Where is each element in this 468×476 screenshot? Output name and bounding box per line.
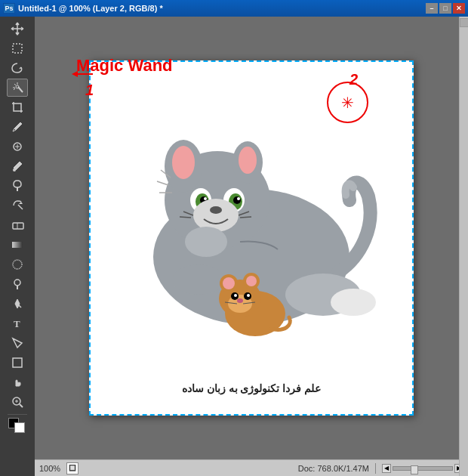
status-scroll-area: ◀ ▶ <box>382 464 463 473</box>
svg-point-39 <box>204 197 207 200</box>
minimize-button[interactable]: – <box>426 3 438 14</box>
zoom-level: 100% <box>39 464 60 473</box>
move-tool[interactable] <box>7 20 28 38</box>
svg-point-60 <box>234 294 237 297</box>
maximize-button[interactable]: □ <box>439 3 451 14</box>
svg-rect-13 <box>13 223 23 229</box>
eyedropper-tool[interactable] <box>7 118 28 136</box>
svg-line-23 <box>20 404 23 407</box>
canvas-container: علم فردا تکنولوژی به زبان ساده ✳ 2 Magic… <box>35 17 468 459</box>
persian-text: علم فردا تکنولوژی به زبان ساده <box>89 382 414 394</box>
dodge-tool[interactable] <box>7 275 28 293</box>
annotation-number-1: 1 <box>85 82 94 99</box>
hand-tool[interactable] <box>7 373 28 391</box>
svg-line-5 <box>14 84 16 85</box>
svg-point-40 <box>237 197 240 200</box>
horizontal-scrollbar[interactable] <box>393 466 453 471</box>
path-selection-tool[interactable] <box>7 334 28 352</box>
text-tool[interactable]: T <box>7 314 28 332</box>
gradient-tool[interactable] <box>7 236 28 254</box>
svg-rect-15 <box>12 242 23 248</box>
annotation-number-2: 2 <box>349 71 358 88</box>
main-layout: T <box>0 17 468 476</box>
svg-point-32 <box>239 147 257 174</box>
pen-tool[interactable] <box>7 295 28 313</box>
svg-text:T: T <box>14 318 20 329</box>
scroll-up-button[interactable] <box>460 18 468 27</box>
crop-tool[interactable] <box>7 98 28 116</box>
magic-wand-circle-icon: ✳ <box>341 94 354 112</box>
svg-point-30 <box>172 146 195 179</box>
ps-icon: Ps <box>3 3 15 14</box>
annotation-arrow <box>72 69 94 82</box>
doc-info: Doc: 768.0K/1.47M <box>298 464 369 473</box>
svg-point-38 <box>233 196 241 204</box>
history-brush-tool[interactable] <box>7 196 28 215</box>
shape-tool[interactable] <box>7 354 28 372</box>
brush-tool[interactable] <box>7 157 28 175</box>
svg-marker-69 <box>72 71 78 77</box>
background-color[interactable] <box>14 422 25 433</box>
svg-point-17 <box>14 280 20 286</box>
title-bar: Ps Untitled-1 @ 100% (Layer 2, RGB/8) * … <box>0 0 468 17</box>
clone-stamp-tool[interactable] <box>7 177 28 195</box>
svg-point-56 <box>246 276 257 286</box>
svg-point-50 <box>331 289 376 316</box>
magic-wand-circle-annotation: ✳ <box>327 82 368 123</box>
svg-rect-21 <box>13 358 22 367</box>
svg-point-48 <box>185 227 227 257</box>
close-button[interactable]: ✕ <box>453 3 465 14</box>
lasso-tool[interactable] <box>7 59 28 77</box>
status-icon[interactable]: 🔲 <box>66 462 79 474</box>
eraser-tool[interactable] <box>7 216 28 234</box>
magic-wand-tool[interactable] <box>7 79 28 97</box>
svg-point-54 <box>223 277 235 289</box>
svg-line-46 <box>240 217 251 218</box>
title-bar-left: Ps Untitled-1 @ 100% (Layer 2, RGB/8) * <box>3 3 163 14</box>
svg-line-1 <box>20 67 21 69</box>
color-swatches[interactable] <box>7 418 28 434</box>
svg-point-11 <box>13 168 16 172</box>
canvas-area: علم فردا تکنولوژی به زبان ساده ✳ 2 Magic… <box>35 17 468 476</box>
toolbar-divider <box>8 414 27 415</box>
blur-tool[interactable] <box>7 255 28 274</box>
svg-line-6 <box>14 88 15 90</box>
svg-point-41 <box>193 199 239 232</box>
scroll-left-button[interactable]: ◀ <box>382 464 391 473</box>
svg-rect-0 <box>13 44 22 53</box>
marquee-tool[interactable] <box>7 39 28 57</box>
svg-point-16 <box>13 260 22 269</box>
window-controls: – □ ✕ <box>426 3 465 14</box>
status-divider <box>375 463 376 474</box>
canvas-frame: علم فردا تکنولوژی به زبان ساده ✳ 2 <box>89 60 414 416</box>
svg-point-42 <box>210 206 222 214</box>
window-title: Untitled-1 @ 100% (Layer 2, RGB/8) * <box>18 4 163 13</box>
svg-line-44 <box>180 217 191 218</box>
vertical-scrollbar[interactable] <box>459 17 468 476</box>
svg-point-62 <box>237 298 243 303</box>
zoom-tool[interactable] <box>7 393 28 411</box>
svg-point-47 <box>172 264 225 295</box>
svg-point-61 <box>247 294 250 297</box>
status-bar: 100% 🔲 Doc: 768.0K/1.47M ◀ ▶ <box>35 459 468 476</box>
healing-brush-tool[interactable] <box>7 138 28 156</box>
toolbar: T <box>0 17 35 476</box>
